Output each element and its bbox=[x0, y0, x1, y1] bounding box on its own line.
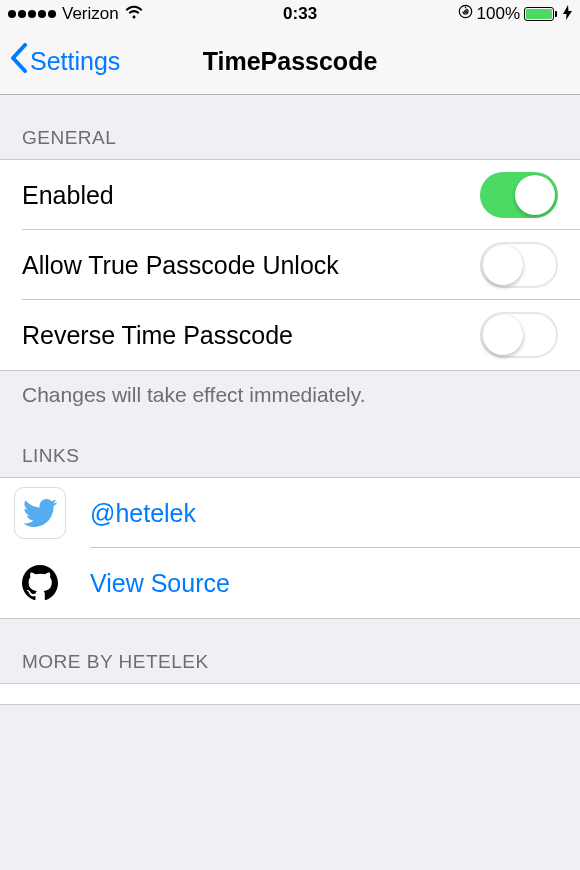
twitter-icon bbox=[14, 487, 66, 539]
section-header-general: GENERAL bbox=[0, 95, 580, 159]
link-twitter[interactable]: @hetelek bbox=[0, 478, 580, 548]
page-title: TimePasscode bbox=[203, 47, 378, 76]
row-label: Reverse Time Passcode bbox=[22, 321, 293, 350]
link-label: @hetelek bbox=[90, 499, 196, 528]
row-label: Allow True Passcode Unlock bbox=[22, 251, 339, 280]
wifi-icon bbox=[125, 4, 143, 24]
row-allow-true-passcode: Allow True Passcode Unlock bbox=[0, 230, 580, 300]
links-list: @hetelek View Source bbox=[0, 477, 580, 619]
toggle-allow-true-passcode[interactable] bbox=[480, 242, 558, 288]
status-bar: Verizon 0:33 100% bbox=[0, 0, 580, 28]
general-list: Enabled Allow True Passcode Unlock Rever… bbox=[0, 159, 580, 371]
back-label: Settings bbox=[30, 47, 120, 76]
row-label: Enabled bbox=[22, 181, 114, 210]
row-enabled: Enabled bbox=[0, 160, 580, 230]
toggle-enabled[interactable] bbox=[480, 172, 558, 218]
list-item[interactable] bbox=[0, 684, 580, 704]
section-header-more: MORE BY HETELEK bbox=[0, 619, 580, 683]
link-github[interactable]: View Source bbox=[0, 548, 580, 618]
link-label: View Source bbox=[90, 569, 230, 598]
battery-icon bbox=[524, 7, 557, 21]
clock-label: 0:33 bbox=[283, 4, 317, 24]
row-reverse-time-passcode: Reverse Time Passcode bbox=[0, 300, 580, 370]
svg-rect-1 bbox=[464, 10, 467, 13]
carrier-label: Verizon bbox=[62, 4, 119, 24]
status-left: Verizon bbox=[8, 4, 143, 24]
github-icon bbox=[14, 557, 66, 609]
rotation-lock-icon bbox=[458, 4, 473, 24]
section-footer-general: Changes will take effect immediately. bbox=[0, 371, 580, 413]
charging-icon bbox=[563, 5, 572, 23]
back-button[interactable]: Settings bbox=[10, 43, 120, 79]
signal-strength-icon bbox=[8, 10, 56, 18]
section-header-links: LINKS bbox=[0, 413, 580, 477]
navigation-bar: Settings TimePasscode bbox=[0, 28, 580, 95]
more-list bbox=[0, 683, 580, 705]
chevron-left-icon bbox=[10, 43, 28, 79]
battery-percent-label: 100% bbox=[477, 4, 520, 24]
toggle-reverse-time-passcode[interactable] bbox=[480, 312, 558, 358]
status-right: 100% bbox=[458, 4, 572, 24]
